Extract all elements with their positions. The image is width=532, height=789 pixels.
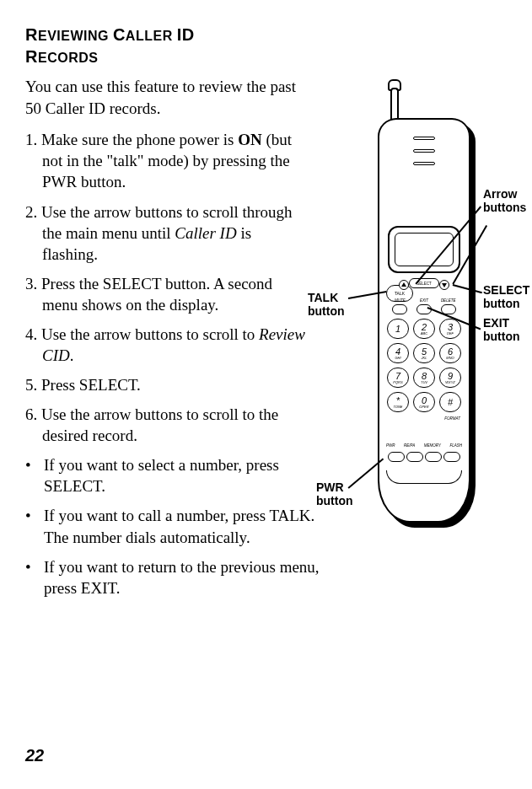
- step-1: 1. Make sure the phone power is ON (but …: [25, 129, 308, 192]
- memory-label: MEMORY: [424, 443, 441, 448]
- exit-label: EXIT: [420, 299, 428, 303]
- pwr-button: [388, 452, 405, 462]
- key-5: 5JKL: [413, 343, 435, 363]
- step-5: 5. Press SELECT.: [25, 374, 308, 395]
- page-number: 22: [25, 746, 44, 765]
- key-8: 8TUV: [413, 368, 435, 388]
- flash-button: [443, 452, 460, 462]
- bullet-3: If you want to return to the previous me…: [25, 556, 320, 598]
- step-3: 3. Press the SELECT button. A second men…: [25, 273, 308, 315]
- key-4: 4GHI: [387, 343, 409, 363]
- bullet-1: If you want to select a number, press SE…: [25, 454, 320, 496]
- mid-button-row: MUTE EXIT DELETE: [379, 299, 469, 314]
- earpiece: [407, 137, 441, 165]
- callout-arrow-buttons: Arrow buttons: [483, 187, 526, 214]
- arrow-down-icon: [439, 280, 449, 290]
- delete-label: DELETE: [441, 299, 456, 303]
- key-star: *TONE: [387, 392, 409, 412]
- phone-diagram: TALK SELECT MUTE EXIT DELETE 1 2ABC 3: [308, 118, 519, 556]
- screen: [388, 226, 460, 273]
- select-button: SELECT: [409, 278, 439, 288]
- step-2: 2. Use the arrow buttons to scroll throu…: [25, 201, 308, 265]
- pwr-label: PWR: [386, 443, 395, 448]
- mute-button: [392, 304, 407, 314]
- section-heading: REVIEWING CALLER ID RECORDS: [25, 24, 507, 67]
- intro-paragraph: You can use this feature to review the p…: [25, 76, 312, 119]
- bullet-2: If you want to call a number, press TALK…: [25, 505, 320, 547]
- memory-button: [425, 452, 442, 462]
- callout-pwr-button: PWR button: [316, 480, 353, 507]
- arrow-up-icon: [399, 280, 409, 290]
- key-7: 7PQRS: [387, 368, 409, 388]
- callout-talk-button: TALK button: [308, 291, 345, 318]
- repa-button: [406, 452, 423, 462]
- key-0: 0OPER: [413, 392, 435, 412]
- format-label: FORMAT: [444, 416, 460, 421]
- bullet-list: If you want to select a number, press SE…: [25, 454, 320, 598]
- key-hash: #: [439, 392, 461, 412]
- key-1: 1: [387, 319, 409, 339]
- flash-label: FLASH: [449, 443, 462, 448]
- phone-body: TALK SELECT MUTE EXIT DELETE 1 2ABC 3: [378, 118, 470, 523]
- key-3: 3DEF: [439, 319, 461, 339]
- phone-chin: [386, 470, 462, 484]
- step-4: 4. Use the arrow buttons to scroll to Re…: [25, 324, 308, 366]
- key-9: 9WXYZ: [439, 368, 461, 388]
- callout-exit-button: EXIT button: [483, 316, 520, 343]
- select-arrow-area: SELECT: [399, 280, 449, 290]
- callout-select-button: SELECT button: [483, 283, 529, 310]
- steps-list: 1. Make sure the phone power is ON (but …: [25, 129, 308, 446]
- bottom-labels-row: PWR RE/PA MEMORY FLASH: [386, 443, 462, 448]
- key-6: 6MNO: [439, 343, 461, 363]
- step-6: 6. Use the arrow buttons to scroll to th…: [25, 404, 308, 446]
- mute-label: MUTE: [395, 299, 406, 303]
- repa-label: RE/PA: [404, 443, 415, 448]
- key-2: 2ABC: [413, 319, 435, 339]
- keypad: 1 2ABC 3DEF 4GHI 5JKL 6MNO 7PQRS 8TUV 9W…: [387, 319, 461, 412]
- bottom-button-row: [388, 452, 460, 462]
- heading-text: R: [25, 25, 38, 44]
